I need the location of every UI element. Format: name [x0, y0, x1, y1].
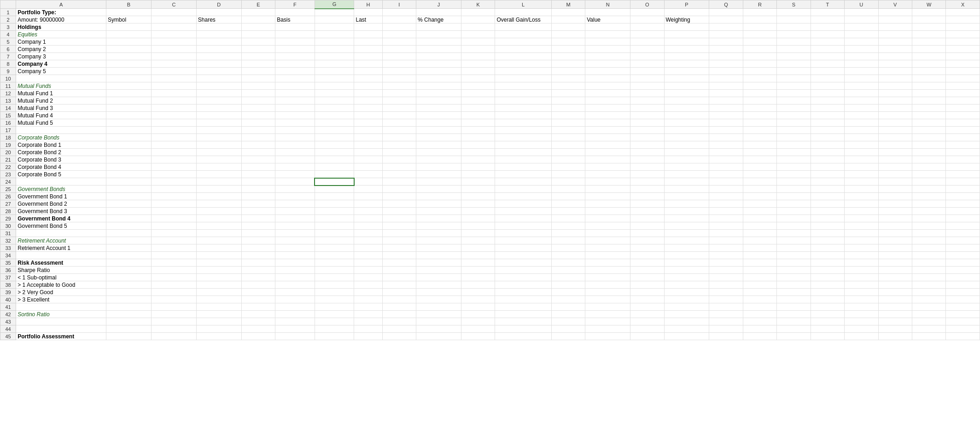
cell-22-H[interactable]: [354, 163, 382, 171]
cell-40-B[interactable]: [106, 296, 152, 303]
cell-8-F[interactable]: [275, 60, 315, 68]
cell-5-A[interactable]: Company 1: [16, 38, 106, 46]
cell-36-C[interactable]: [151, 267, 196, 274]
cell-18-X[interactable]: [946, 134, 980, 141]
cell-37-R[interactable]: [743, 274, 776, 281]
cell-23-M[interactable]: [551, 171, 585, 178]
cell-31-C[interactable]: [151, 230, 196, 237]
cell-24-T[interactable]: [811, 178, 844, 186]
cell-39-H[interactable]: [354, 289, 382, 296]
col-header-i[interactable]: I: [382, 0, 416, 9]
cell-25-V[interactable]: [878, 186, 912, 193]
cell-29-O[interactable]: [630, 215, 664, 222]
cell-44-D[interactable]: [196, 325, 241, 333]
cell-11-V[interactable]: [878, 82, 912, 90]
cell-32-C[interactable]: [151, 237, 196, 244]
cell-8-W[interactable]: [912, 60, 945, 68]
cell-42-S[interactable]: [777, 311, 811, 318]
cell-4-Q[interactable]: [709, 31, 743, 38]
cell-6-V[interactable]: [878, 46, 912, 53]
cell-15-S[interactable]: [777, 112, 811, 119]
cell-23-V[interactable]: [878, 171, 912, 178]
cell-2-D[interactable]: Shares: [196, 16, 241, 23]
cell-22-L[interactable]: [495, 163, 551, 171]
cell-18-S[interactable]: [777, 134, 811, 141]
cell-32-K[interactable]: [461, 237, 495, 244]
cell-13-M[interactable]: [551, 97, 585, 104]
cell-16-F[interactable]: [275, 119, 315, 127]
cell-35-K[interactable]: [461, 259, 495, 267]
col-header-h[interactable]: H: [354, 0, 382, 9]
cell-14-M[interactable]: [551, 104, 585, 112]
cell-45-C[interactable]: [151, 333, 196, 340]
cell-18-L[interactable]: [495, 134, 551, 141]
cell-1-T[interactable]: [811, 9, 844, 16]
cell-31-U[interactable]: [845, 230, 878, 237]
cell-21-L[interactable]: [495, 156, 551, 163]
cell-37-B[interactable]: [106, 274, 152, 281]
cell-35-E[interactable]: [241, 259, 275, 267]
cell-12-R[interactable]: [743, 90, 776, 97]
cell-26-M[interactable]: [551, 193, 585, 200]
cell-14-X[interactable]: [946, 104, 980, 112]
cell-26-P[interactable]: [664, 193, 709, 200]
cell-17-X[interactable]: [946, 127, 980, 134]
cell-43-G[interactable]: [315, 318, 354, 325]
cell-39-S[interactable]: [777, 289, 811, 296]
cell-1-H[interactable]: [354, 9, 382, 16]
cell-38-W[interactable]: [912, 281, 945, 289]
cell-39-G[interactable]: [315, 289, 354, 296]
cell-2-J[interactable]: % Change: [416, 16, 461, 23]
cell-20-G[interactable]: [315, 149, 354, 156]
cell-38-T[interactable]: [811, 281, 844, 289]
cell-23-J[interactable]: [416, 171, 461, 178]
cell-39-D[interactable]: [196, 289, 241, 296]
cell-45-D[interactable]: [196, 333, 241, 340]
cell-35-C[interactable]: [151, 259, 196, 267]
cell-28-N[interactable]: [585, 208, 630, 215]
cell-26-F[interactable]: [275, 193, 315, 200]
cell-20-D[interactable]: [196, 149, 241, 156]
cell-12-G[interactable]: [315, 90, 354, 97]
cell-43-B[interactable]: [106, 318, 152, 325]
cell-17-Q[interactable]: [709, 127, 743, 134]
cell-43-M[interactable]: [551, 318, 585, 325]
cell-26-V[interactable]: [878, 193, 912, 200]
cell-25-P[interactable]: [664, 186, 709, 193]
cell-20-B[interactable]: [106, 149, 152, 156]
cell-21-O[interactable]: [630, 156, 664, 163]
cell-19-F[interactable]: [275, 141, 315, 149]
cell-19-I[interactable]: [382, 141, 416, 149]
cell-16-O[interactable]: [630, 119, 664, 127]
cell-22-J[interactable]: [416, 163, 461, 171]
cell-6-O[interactable]: [630, 46, 664, 53]
cell-32-P[interactable]: [664, 237, 709, 244]
cell-1-W[interactable]: [912, 9, 945, 16]
cell-25-J[interactable]: [416, 186, 461, 193]
cell-7-M[interactable]: [551, 53, 585, 60]
cell-33-H[interactable]: [354, 244, 382, 252]
cell-1-X[interactable]: [946, 9, 980, 16]
cell-8-E[interactable]: [241, 60, 275, 68]
cell-41-E[interactable]: [241, 303, 275, 311]
cell-3-M[interactable]: [551, 23, 585, 31]
cell-15-Q[interactable]: [709, 112, 743, 119]
cell-20-X[interactable]: [946, 149, 980, 156]
cell-17-B[interactable]: [106, 127, 152, 134]
cell-35-F[interactable]: [275, 259, 315, 267]
cell-10-H[interactable]: [354, 75, 382, 82]
cell-3-G[interactable]: [315, 23, 354, 31]
cell-5-K[interactable]: [461, 38, 495, 46]
cell-40-Q[interactable]: [709, 296, 743, 303]
cell-36-E[interactable]: [241, 267, 275, 274]
cell-6-Q[interactable]: [709, 46, 743, 53]
cell-34-N[interactable]: [585, 252, 630, 259]
cell-3-T[interactable]: [811, 23, 844, 31]
cell-10-D[interactable]: [196, 75, 241, 82]
cell-2-R[interactable]: [743, 16, 776, 23]
cell-10-L[interactable]: [495, 75, 551, 82]
cell-3-F[interactable]: [275, 23, 315, 31]
cell-34-E[interactable]: [241, 252, 275, 259]
cell-27-L[interactable]: [495, 200, 551, 208]
cell-27-U[interactable]: [845, 200, 878, 208]
